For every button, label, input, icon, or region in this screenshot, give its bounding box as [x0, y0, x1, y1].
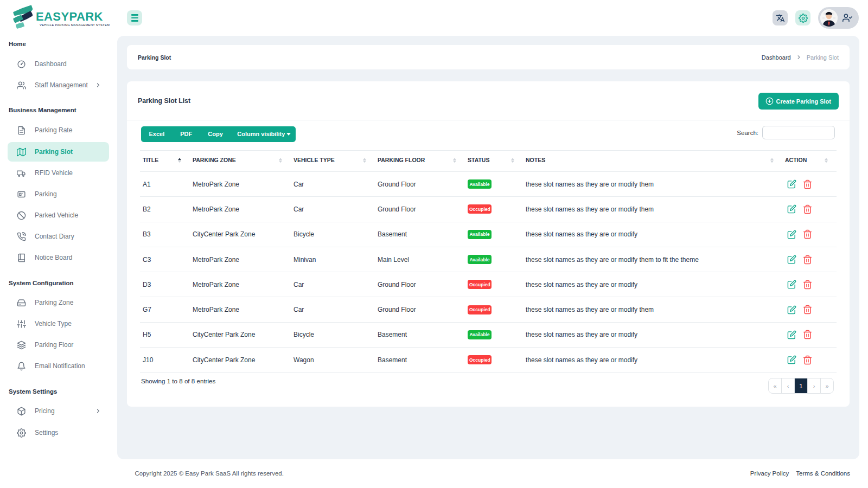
svg-text:VEHICLE PARKING MANAGEMENT SYS: VEHICLE PARKING MANAGEMENT SYSTEM: [40, 23, 110, 27]
svg-text:EASYPARK: EASYPARK: [36, 10, 103, 23]
